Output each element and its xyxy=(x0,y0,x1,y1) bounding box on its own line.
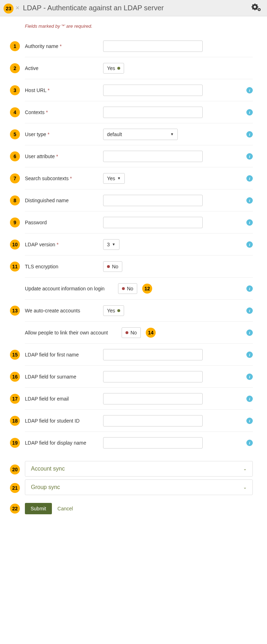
allow-link-toggle[interactable]: No xyxy=(122,327,141,338)
password-input[interactable] xyxy=(103,217,203,228)
status-dot-icon xyxy=(122,287,125,290)
ldap-version-select[interactable]: 3▼ xyxy=(103,239,119,250)
info-icon[interactable]: i xyxy=(246,131,253,138)
tls-toggle[interactable]: No xyxy=(103,261,122,272)
label-field-displayname: LDAP field for display name xyxy=(25,440,103,446)
page-header: 23 × LDAP - Authenticate against an LDAP… xyxy=(0,0,267,16)
user-attribute-input[interactable] xyxy=(103,151,203,162)
search-subcontexts-select[interactable]: Yes▼ xyxy=(103,173,125,184)
row-ldap-version: 10 LDAP version * 3▼ i xyxy=(25,234,253,256)
label-ldap-version: LDAP version * xyxy=(25,242,103,247)
badge-12: 12 xyxy=(142,284,152,294)
status-dot-icon xyxy=(126,331,128,334)
badge-5: 5 xyxy=(10,129,20,139)
accordion-label: Group sync xyxy=(31,484,60,490)
row-field-studentid: 18 LDAP field for student ID i xyxy=(25,410,253,432)
badge-14: 14 xyxy=(146,328,156,338)
row-host-url: 3 Host URL * i xyxy=(25,79,253,101)
row-field-firstname: 15 LDAP field for first name i xyxy=(25,344,253,366)
row-field-email: 17 LDAP field for email i xyxy=(25,388,253,410)
update-on-login-toggle[interactable]: No xyxy=(118,283,137,294)
info-icon[interactable]: i xyxy=(246,418,253,424)
caret-down-icon: ▼ xyxy=(170,132,174,136)
info-icon[interactable]: i xyxy=(246,175,253,182)
badge-22: 22 xyxy=(10,504,20,514)
badge-2: 2 xyxy=(10,63,20,73)
status-dot-icon xyxy=(117,67,120,70)
info-icon[interactable]: i xyxy=(246,109,253,116)
badge-6: 6 xyxy=(10,151,20,161)
field-studentid-input[interactable] xyxy=(103,415,203,426)
badge-3: 3 xyxy=(10,85,20,95)
label-user-attribute: User attribute * xyxy=(25,154,103,159)
row-contexts: 4 Contexts * i xyxy=(25,101,253,123)
badge-17: 17 xyxy=(10,394,20,404)
info-icon[interactable]: i xyxy=(246,374,253,380)
row-password: 9 Password i xyxy=(25,211,253,234)
row-distinguished-name: 8 Distinguished name i xyxy=(25,189,253,211)
auto-create-toggle[interactable]: Yes xyxy=(103,305,124,316)
label-field-surname: LDAP field for surname xyxy=(25,374,103,380)
badge-15: 15 xyxy=(10,350,20,360)
label-allow-link: Allow people to link their own account xyxy=(25,330,117,336)
info-icon[interactable]: i xyxy=(246,396,253,402)
row-field-displayname: 19 LDAP field for display name i xyxy=(25,432,253,454)
info-icon[interactable]: i xyxy=(246,307,253,314)
row-update-on-login: Update account information on login No 1… xyxy=(25,278,253,300)
label-authority-name: Authority name * xyxy=(25,43,103,49)
info-icon[interactable]: i xyxy=(246,87,253,93)
badge-20: 20 xyxy=(10,465,20,474)
field-firstname-input[interactable] xyxy=(103,349,203,360)
row-tls: 11 TLS encryption No xyxy=(25,256,253,278)
host-url-input[interactable] xyxy=(103,85,203,96)
badge-18: 18 xyxy=(10,416,20,426)
user-type-select[interactable]: default▼ xyxy=(103,129,178,140)
field-surname-input[interactable] xyxy=(103,371,203,382)
info-icon[interactable]: i xyxy=(246,153,253,160)
accordion-account-sync[interactable]: Account sync ⌄ xyxy=(25,461,253,477)
status-dot-icon xyxy=(117,309,120,312)
info-icon[interactable]: i xyxy=(246,285,253,292)
accordion-label: Account sync xyxy=(31,466,65,472)
close-icon[interactable]: × xyxy=(16,4,20,12)
svg-point-1 xyxy=(258,9,260,10)
row-allow-link: Allow people to link their own account N… xyxy=(25,322,253,344)
badge-13: 13 xyxy=(10,306,20,316)
active-toggle[interactable]: Yes xyxy=(103,63,124,74)
badge-19: 19 xyxy=(10,438,20,448)
cancel-link[interactable]: Cancel xyxy=(58,506,73,511)
label-active: Active xyxy=(25,65,103,71)
info-icon[interactable]: i xyxy=(246,440,253,446)
status-dot-icon xyxy=(107,265,110,268)
info-icon[interactable]: i xyxy=(246,351,253,358)
field-displayname-input[interactable] xyxy=(103,437,203,449)
info-icon[interactable]: i xyxy=(246,219,253,226)
label-distinguished-name: Distinguished name xyxy=(25,198,103,203)
accordion-group-sync[interactable]: Group sync ⌄ xyxy=(25,479,253,495)
badge-23: 23 xyxy=(4,4,14,14)
label-user-type: User type * xyxy=(25,132,103,137)
caret-down-icon: ▼ xyxy=(117,176,121,180)
badge-1: 1 xyxy=(10,41,20,51)
distinguished-name-input[interactable] xyxy=(103,195,203,206)
badge-11: 11 xyxy=(10,262,20,272)
authority-name-input[interactable] xyxy=(103,41,203,52)
row-authority-name: 1 Authority name * xyxy=(25,35,253,57)
row-active: 2 Active Yes xyxy=(25,57,253,79)
row-search-subcontexts: 7 Search subcontexts * Yes▼ i xyxy=(25,167,253,189)
field-email-input[interactable] xyxy=(103,393,203,404)
info-icon[interactable]: i xyxy=(246,197,253,204)
gear-icon[interactable] xyxy=(251,4,261,12)
submit-button[interactable]: Submit xyxy=(25,503,52,514)
label-field-firstname: LDAP field for first name xyxy=(25,352,103,358)
chevron-down-icon: ⌄ xyxy=(243,466,247,471)
page-title: LDAP - Authenticate against an LDAP serv… xyxy=(23,4,164,12)
label-field-email: LDAP field for email xyxy=(25,396,103,402)
label-search-subcontexts: Search subcontexts * xyxy=(25,176,103,181)
info-icon[interactable]: i xyxy=(246,329,253,336)
info-icon[interactable]: i xyxy=(246,241,253,248)
badge-16: 16 xyxy=(10,372,20,382)
badge-4: 4 xyxy=(10,107,20,117)
contexts-input[interactable] xyxy=(103,107,203,118)
label-password: Password xyxy=(25,220,103,225)
